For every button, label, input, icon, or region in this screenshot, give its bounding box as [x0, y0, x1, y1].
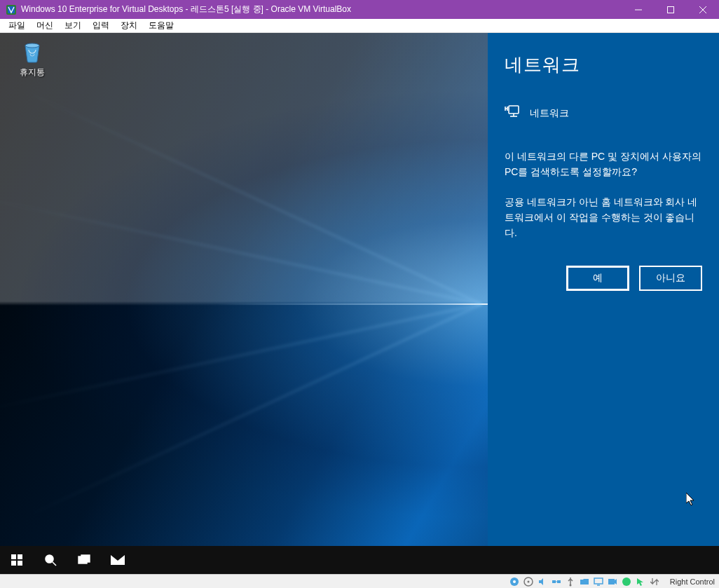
recycle-bin-icon — [18, 37, 46, 65]
wallpaper-beam — [0, 199, 482, 305]
svg-rect-11 — [18, 554, 22, 559]
menu-file[interactable]: 파일 — [3, 19, 31, 32]
keyboard-captured-icon[interactable] — [649, 576, 660, 587]
menu-machine[interactable]: 머신 — [31, 19, 59, 32]
vbox-menubar: 파일 머신 보기 입력 장치 도움말 — [0, 19, 719, 33]
virtualbox-window: Windows 10 Enterprise for Virtual Deskto… — [0, 0, 719, 588]
svg-rect-23 — [557, 580, 561, 583]
svg-line-15 — [53, 562, 56, 566]
wallpaper-beam — [25, 303, 482, 517]
menu-view[interactable]: 보기 — [59, 19, 87, 32]
svg-rect-17 — [81, 555, 90, 562]
menu-devices[interactable]: 장치 — [115, 19, 143, 32]
menu-input[interactable]: 입력 — [87, 19, 115, 32]
network-status-icon[interactable] — [551, 576, 562, 587]
vbox-statusbar: Right Control — [0, 574, 719, 588]
minimize-button[interactable] — [622, 0, 655, 19]
svg-rect-26 — [594, 578, 603, 584]
network-yes-button[interactable]: 예 — [566, 266, 629, 291]
svg-rect-12 — [11, 561, 16, 566]
svg-point-21 — [527, 580, 529, 582]
search-button[interactable] — [34, 546, 67, 574]
svg-rect-28 — [608, 579, 615, 584]
vm-display[interactable]: 휴지통 네트워크 네트워크 이 네 — [0, 33, 719, 574]
svg-point-14 — [46, 555, 53, 563]
svg-rect-7 — [509, 106, 519, 114]
recycle-bin-label: 휴지통 — [7, 67, 57, 78]
network-panel: 네트워크 네트워크 이 네트워크의 다른 PC 및 장치에서 사용자의 PC를 … — [488, 33, 719, 546]
audio-icon[interactable] — [537, 576, 548, 587]
hard-disk-icon[interactable] — [509, 576, 520, 587]
virtualbox-icon — [6, 4, 17, 15]
vm-state-icon[interactable] — [621, 576, 632, 587]
network-body-1: 이 네트워크의 다른 PC 및 장치에서 사용자의 PC를 검색하도록 설정할까… — [505, 149, 702, 179]
start-button[interactable] — [0, 546, 34, 574]
menu-help[interactable]: 도움말 — [143, 19, 179, 32]
network-button-row: 예 아니요 — [505, 266, 702, 291]
network-section-header: 네트워크 — [505, 105, 702, 121]
recording-icon[interactable] — [607, 576, 618, 587]
svg-point-29 — [622, 577, 631, 586]
close-button[interactable] — [687, 0, 719, 19]
task-view-button[interactable] — [67, 546, 101, 574]
svg-point-19 — [513, 580, 516, 583]
svg-rect-3 — [668, 6, 674, 13]
svg-rect-13 — [18, 561, 22, 566]
vbox-title: Windows 10 Enterprise for Virtual Deskto… — [21, 4, 622, 15]
shared-folders-icon[interactable] — [579, 576, 590, 587]
wallpaper-beam — [0, 303, 482, 409]
mouse-integration-icon[interactable] — [635, 576, 646, 587]
svg-rect-10 — [11, 554, 16, 559]
windows-taskbar[interactable] — [0, 546, 719, 574]
vbox-titlebar[interactable]: Windows 10 Enterprise for Virtual Deskto… — [0, 0, 719, 19]
windows-desktop[interactable]: 휴지통 네트워크 네트워크 이 네 — [0, 33, 719, 574]
ethernet-icon — [505, 105, 520, 121]
network-panel-title: 네트워크 — [505, 53, 702, 77]
display-icon[interactable] — [593, 576, 604, 587]
maximize-button[interactable] — [655, 0, 687, 19]
svg-rect-22 — [552, 580, 556, 583]
wallpaper-beam — [25, 91, 482, 305]
host-key-label: Right Control — [667, 577, 715, 586]
recycle-bin[interactable]: 휴지통 — [7, 37, 57, 78]
mail-button[interactable] — [101, 546, 135, 574]
network-body-2: 공용 네트워크가 아닌 홈 네트워크와 회사 네트워크에서 이 작업을 수행하는… — [505, 195, 702, 240]
svg-point-6 — [25, 43, 39, 48]
usb-icon[interactable] — [565, 576, 576, 587]
desktop-icons: 휴지통 — [7, 37, 57, 78]
network-section-label: 네트워크 — [530, 107, 569, 120]
svg-point-25 — [569, 584, 571, 586]
network-no-button[interactable]: 아니요 — [639, 266, 702, 291]
optical-disk-icon[interactable] — [523, 576, 534, 587]
